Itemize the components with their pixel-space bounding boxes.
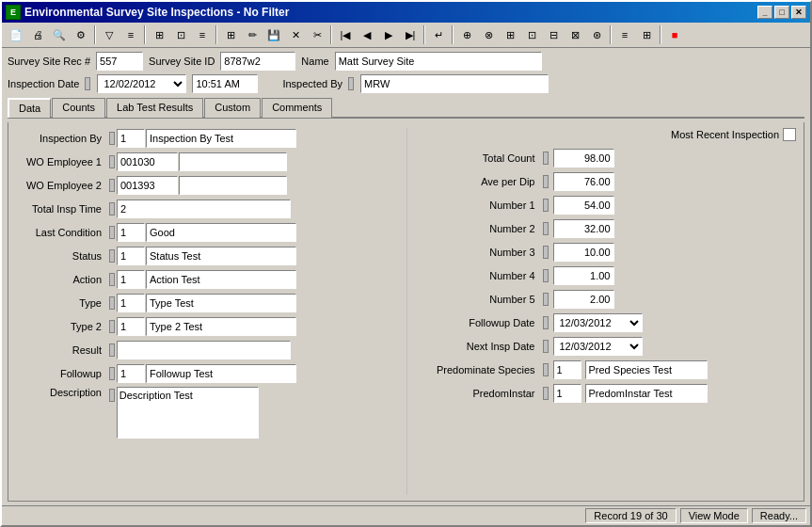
- ave-per-dip-input[interactable]: [553, 172, 614, 191]
- tab-counts[interactable]: Counts: [52, 98, 105, 118]
- condition-indicator: [109, 226, 115, 239]
- tab-data[interactable]: Data: [8, 98, 51, 118]
- title-bar: E Environmental Survey Site Inspections …: [2, 2, 810, 23]
- followup-date-row: Followup Date 12/03/2012: [417, 312, 797, 333]
- wo-employee1-text[interactable]: [179, 152, 287, 171]
- tool6-button[interactable]: ⊞: [500, 24, 520, 45]
- maximize-button[interactable]: □: [774, 6, 789, 19]
- number3-input[interactable]: [553, 243, 614, 262]
- sep1: [94, 25, 96, 44]
- number1-input[interactable]: [553, 196, 614, 215]
- filter-button[interactable]: ▽: [99, 24, 119, 45]
- minimize-button[interactable]: _: [757, 6, 772, 19]
- total-count-input[interactable]: [553, 149, 614, 168]
- save-button[interactable]: 💾: [263, 24, 284, 45]
- pred-species-text[interactable]: [585, 360, 708, 379]
- tool8-button[interactable]: ⊟: [543, 24, 564, 45]
- tool11-button[interactable]: ≡: [614, 24, 635, 45]
- predom-instar-num[interactable]: [553, 384, 581, 403]
- tab-comments[interactable]: Comments: [262, 98, 332, 118]
- last-condition-text[interactable]: [146, 223, 296, 242]
- record-status: Record 19 of 30: [585, 508, 676, 523]
- date-indicator: [85, 77, 90, 90]
- wo-employee2-text[interactable]: [179, 176, 287, 195]
- inspection-time-input[interactable]: [192, 74, 258, 93]
- type2-num[interactable]: [117, 317, 145, 336]
- wo-employee1-num[interactable]: [117, 152, 178, 171]
- followup-label: Followup: [16, 368, 105, 379]
- prev-button[interactable]: ◀: [357, 24, 377, 45]
- most-recent-checkbox[interactable]: [783, 128, 796, 141]
- inspection-by-row: Inspection By: [16, 128, 397, 149]
- number4-input[interactable]: [553, 266, 614, 285]
- predom-instar-text[interactable]: [585, 384, 708, 403]
- total-count-label: Total Count: [417, 152, 539, 164]
- action-label: Action: [16, 274, 105, 285]
- wo-employee2-num[interactable]: [117, 176, 178, 195]
- new-button[interactable]: 📄: [6, 24, 26, 45]
- n1-indicator: [543, 199, 549, 212]
- status-text[interactable]: [146, 247, 296, 265]
- export-button[interactable]: ⊗: [478, 24, 499, 45]
- survey-site-id-input[interactable]: [220, 52, 295, 71]
- wo-employee2-row: WO Employee 2: [16, 175, 397, 196]
- type-num[interactable]: [117, 294, 145, 312]
- tool3-button[interactable]: ⊞: [149, 24, 169, 45]
- next-button[interactable]: ▶: [378, 24, 399, 45]
- inspected-by-input[interactable]: [360, 74, 549, 93]
- last-condition-num[interactable]: [117, 223, 145, 242]
- type-text[interactable]: [146, 294, 296, 312]
- next-insp-date-input[interactable]: 12/03/2012: [553, 337, 643, 356]
- inspection-by-text[interactable]: [146, 129, 296, 148]
- followup-num[interactable]: [117, 364, 145, 383]
- last-button[interactable]: ▶|: [400, 24, 421, 45]
- tool7-button[interactable]: ⊡: [521, 24, 542, 45]
- jump-button[interactable]: ↵: [428, 24, 449, 45]
- tool12-button[interactable]: ⊞: [636, 24, 657, 45]
- inspection-date-input[interactable]: 12/02/2012: [97, 74, 186, 93]
- tool10-button[interactable]: ⊛: [586, 24, 607, 45]
- total-insp-time-input[interactable]: [117, 200, 291, 218]
- number1-label: Number 1: [417, 200, 539, 211]
- number2-row: Number 2: [417, 218, 797, 239]
- pred-species-num[interactable]: [553, 360, 581, 379]
- desc-indicator: [109, 389, 115, 402]
- name-input[interactable]: [335, 52, 542, 71]
- grid-button[interactable]: ⊞: [220, 24, 241, 45]
- tool2-button[interactable]: ≡: [120, 24, 141, 45]
- tool4-button[interactable]: ⊡: [170, 24, 191, 45]
- tool9-button[interactable]: ⊠: [565, 24, 585, 45]
- delete-button[interactable]: ✕: [285, 24, 306, 45]
- inspected-by-indicator: [348, 77, 354, 90]
- survey-site-rec-label: Survey Site Rec #: [8, 56, 90, 67]
- tab-lab-test-results[interactable]: Lab Test Results: [106, 98, 203, 118]
- tool1-button[interactable]: ⚙: [71, 24, 91, 45]
- search-button[interactable]: 🔍: [49, 24, 70, 45]
- sep6: [452, 25, 454, 44]
- description-input[interactable]: Description Test: [117, 387, 259, 439]
- cut-button[interactable]: ✂: [307, 24, 327, 45]
- left-panel: Inspection By WO Employee 1: [16, 128, 406, 495]
- name-label: Name: [301, 56, 328, 67]
- number5-input[interactable]: [553, 290, 614, 309]
- print-button[interactable]: 🖨: [27, 24, 48, 45]
- survey-site-rec-input[interactable]: [96, 52, 143, 71]
- followup-text[interactable]: [146, 364, 296, 383]
- wo2-indicator: [109, 179, 115, 192]
- tool5-button[interactable]: ≡: [192, 24, 213, 45]
- tab-custom[interactable]: Custom: [204, 98, 261, 118]
- inspection-date-label: Inspection Date: [8, 78, 79, 89]
- number2-input[interactable]: [553, 219, 614, 238]
- type2-text[interactable]: [146, 317, 296, 336]
- close-button[interactable]: ✕: [791, 6, 806, 19]
- status-num[interactable]: [117, 247, 145, 265]
- edit-button[interactable]: ✏: [242, 24, 263, 45]
- action-text[interactable]: [146, 270, 296, 289]
- result-text[interactable]: [117, 341, 291, 359]
- inspection-by-num[interactable]: [117, 129, 145, 148]
- import-button[interactable]: ⊕: [456, 24, 477, 45]
- action-num[interactable]: [117, 270, 145, 289]
- first-button[interactable]: |◀: [335, 24, 356, 45]
- stop-button[interactable]: ■: [664, 24, 685, 45]
- followup-date-input[interactable]: 12/03/2012: [553, 313, 643, 332]
